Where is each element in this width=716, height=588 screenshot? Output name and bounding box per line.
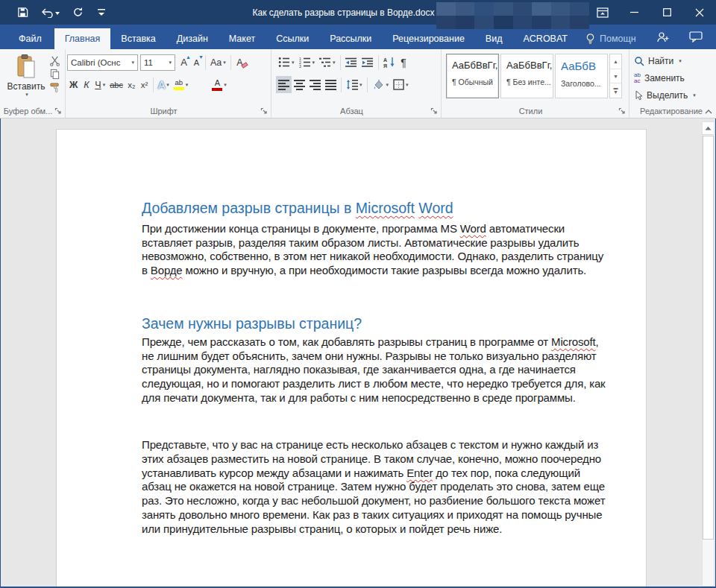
ribbon: Вставить ▾ Буфер обм... Calibri (Оснс▾: [0, 49, 716, 118]
show-formatting-marks-button[interactable]: ¶: [398, 54, 410, 71]
format-painter-icon[interactable]: [49, 82, 60, 93]
clear-formatting-button[interactable]: А: [233, 54, 246, 71]
bullets-button[interactable]: ▾: [276, 54, 297, 71]
increase-indent-button[interactable]: [359, 54, 376, 71]
close-button[interactable]: [683, 0, 716, 25]
group-paragraph: ▾ 123▾ ▾ АЯ ¶: [271, 49, 442, 118]
text-effects-button[interactable]: А▾: [156, 76, 172, 93]
line-spacing-icon: [346, 79, 358, 90]
change-case-button[interactable]: Aa▾: [208, 54, 228, 71]
align-left-icon: [278, 80, 289, 90]
multilevel-list-button[interactable]: ▾: [317, 54, 338, 71]
doc-heading-1[interactable]: Добавляем разрыв страницы в Microsoft Wo…: [142, 199, 611, 217]
grow-font-button[interactable]: A▲: [178, 54, 190, 71]
font-dialog-launcher[interactable]: [260, 107, 268, 116]
replace-button[interactable]: ab ac Заменить: [631, 69, 712, 86]
font-color-button[interactable]: А▾: [210, 76, 229, 93]
doc-paragraph-2[interactable]: Прежде, чем рассказать о том, как добавл…: [142, 335, 611, 405]
font-size-combobox[interactable]: 11▾: [140, 54, 175, 71]
tab-acrobat[interactable]: ACROBAT: [512, 28, 578, 49]
combo-arrow-icon: ▾: [169, 60, 172, 66]
decrease-indent-icon: [345, 57, 357, 68]
align-left-button[interactable]: [276, 76, 292, 93]
document-content[interactable]: Добавляем разрыв страницы в Microsoft Wo…: [142, 199, 611, 536]
justify-button[interactable]: [323, 76, 339, 93]
cut-icon[interactable]: [49, 55, 60, 66]
search-icon: [634, 56, 644, 66]
font-name-combobox[interactable]: Calibri (Оснс▾: [67, 54, 138, 71]
ribbon-display-options-icon[interactable]: [588, 0, 618, 25]
scrollbar-thumb[interactable]: [703, 136, 714, 540]
italic-button[interactable]: К: [80, 76, 92, 93]
subscript-button[interactable]: x₂: [125, 76, 138, 93]
scroll-up-button[interactable]: [703, 122, 714, 135]
multilevel-list-icon: [319, 57, 331, 68]
text-segment: При достижении конца страницы в документ…: [142, 222, 460, 235]
numbering-icon: 123: [299, 57, 311, 68]
styles-dialog-launcher[interactable]: [618, 107, 626, 116]
tab-view[interactable]: Вид: [475, 28, 513, 49]
lightbulb-icon: [585, 33, 595, 45]
sort-button[interactable]: АЯ: [381, 54, 398, 71]
tab-references[interactable]: Ссылки: [266, 28, 319, 49]
style-card-no-spacing[interactable]: АаБбВвГг, ¶ Без инте...: [500, 54, 553, 98]
vertical-scrollbar[interactable]: [702, 121, 715, 587]
paragraph-dialog-launcher[interactable]: [430, 107, 439, 116]
align-center-button[interactable]: [292, 76, 307, 93]
tab-home[interactable]: Главная: [54, 28, 111, 49]
style-card-heading1[interactable]: АаБбВ Заголово...: [555, 54, 608, 98]
save-icon[interactable]: [15, 5, 30, 20]
doc-paragraph-3[interactable]: Представьте, что у вас на странице есть …: [142, 438, 611, 536]
maximize-button[interactable]: [650, 0, 683, 25]
clipboard-dialog-launcher[interactable]: [54, 107, 63, 116]
styles-gallery-scroll[interactable]: ▲ ▼ ▬▼: [609, 54, 622, 98]
doc-heading-2[interactable]: Зачем нужны разрывы страниц?: [142, 314, 611, 332]
tab-design[interactable]: Дизайн: [166, 28, 219, 49]
spellcheck-flagged-word: Word: [460, 222, 486, 235]
styles-group-label: Стили: [442, 107, 620, 116]
spellcheck-flagged-word: Ворде: [151, 264, 183, 276]
clipboard-group-label: Буфер обм...: [0, 107, 56, 116]
paste-button[interactable]: Вставить ▾: [6, 54, 46, 107]
numbering-button[interactable]: 123▾: [297, 54, 318, 71]
tell-me-box[interactable]: Помощн: [585, 28, 636, 49]
paste-dropdown-arrow: ▾: [25, 92, 28, 98]
share-sign-in-icon[interactable]: [656, 31, 670, 43]
shrink-font-button[interactable]: A▼: [190, 54, 203, 71]
shading-button[interactable]: ▾: [370, 76, 392, 93]
text-highlight-button[interactable]: ab▾: [172, 76, 191, 93]
increase-indent-icon: [362, 57, 374, 68]
bold-button[interactable]: Ж: [67, 76, 80, 93]
superscript-button[interactable]: x²: [138, 76, 151, 93]
tab-file[interactable]: Файл: [6, 28, 54, 49]
line-spacing-button[interactable]: ▾: [344, 76, 365, 93]
align-right-button[interactable]: [307, 76, 323, 93]
collapse-ribbon-icon[interactable]: [704, 108, 713, 115]
redo-button[interactable]: [70, 5, 85, 20]
select-button[interactable]: Выделить▾: [631, 86, 712, 104]
strikethrough-button[interactable]: abc: [107, 76, 125, 93]
group-font: Calibri (Оснс▾ 11▾ A▲ A▼ Aa▾ А Ж К Ч▾ ab…: [66, 49, 271, 118]
tab-mailings[interactable]: Рассылки: [319, 28, 382, 49]
tab-layout[interactable]: Макет: [219, 28, 266, 49]
find-button[interactable]: Найти▾: [631, 52, 712, 69]
underline-button[interactable]: Ч▾: [92, 76, 107, 93]
spellcheck-flagged-word: Microsoft: [356, 200, 415, 216]
minimize-button[interactable]: [618, 0, 650, 25]
feedback-comment-icon[interactable]: [689, 31, 703, 42]
style-card-normal[interactable]: АаБбВвГг, ¶ Обычный: [446, 54, 499, 98]
text-segment: Зачем нужны разрывы страниц?: [142, 315, 362, 332]
copy-icon[interactable]: [49, 69, 60, 80]
tab-insert[interactable]: Вставка: [110, 28, 166, 49]
document-page[interactable]: Добавляем разрыв страницы в Microsoft Wo…: [56, 129, 647, 587]
scroll-up-arrow-icon: [705, 126, 712, 130]
doc-paragraph-1[interactable]: При достижении конца страницы в документ…: [142, 222, 611, 278]
borders-button[interactable]: ▾: [391, 76, 411, 93]
tab-review[interactable]: Рецензирование: [382, 28, 475, 49]
svg-text:Я: Я: [383, 63, 387, 69]
borders-icon: [393, 79, 404, 90]
decrease-indent-button[interactable]: [343, 54, 359, 71]
customize-quick-access-icon[interactable]: [94, 5, 109, 20]
svg-text:А: А: [383, 57, 387, 63]
undo-button[interactable]: [39, 5, 61, 20]
